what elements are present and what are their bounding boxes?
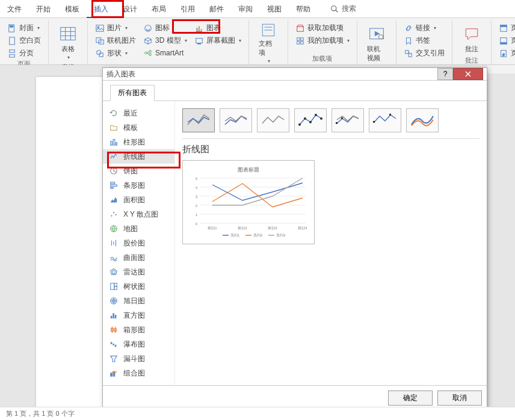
corner-label (487, 65, 515, 73)
cancel-button[interactable]: 取消 (437, 391, 482, 406)
menu-view[interactable]: 视图 (260, 0, 289, 18)
cat-treemap[interactable]: 树状图 (103, 279, 174, 294)
svg-rect-27 (200, 28, 202, 31)
icons-button[interactable]: 图标 (141, 22, 190, 34)
svg-rect-41 (409, 54, 412, 57)
blank-page-button[interactable]: 空白页 (5, 34, 43, 47)
screenshot-button[interactable]: 屏幕截图▾ (192, 34, 244, 47)
insert-chart-dialog: 插入图表 ? 所有图表 最近 模板 柱形图 折线图 饼图 条形图 面积图 X Y… (102, 67, 487, 409)
svg-rect-46 (500, 42, 507, 44)
tab-all-charts[interactable]: 所有图表 (110, 85, 155, 101)
cat-sunburst[interactable]: 旭日图 (103, 294, 174, 308)
chart-preview[interactable]: 图表标题 5 4 3 2 1 0 (182, 160, 315, 244)
page-break-button[interactable]: 分页 (5, 47, 43, 60)
menu-insert[interactable]: 插入 (87, 0, 116, 18)
header-button[interactable]: 页眉 (496, 22, 515, 34)
comment-button[interactable]: 批注 (457, 22, 486, 56)
cover-icon (7, 23, 17, 33)
svg-text:类别4: 类别4 (298, 226, 307, 230)
svg-point-88 (309, 121, 312, 123)
menu-design[interactable]: 设计 (116, 0, 144, 18)
search-box[interactable]: 搜索 (330, 4, 356, 14)
online-picture-button[interactable]: 联机图片 (93, 34, 138, 47)
cover-button[interactable]: 封面▾ (5, 22, 43, 34)
footer-button[interactable]: 页脚 (496, 34, 515, 47)
menu-layout[interactable]: 布局 (144, 0, 173, 18)
cat-stock[interactable]: 股价图 (103, 236, 174, 250)
svg-text:类别2: 类别2 (238, 226, 247, 230)
crossref-button[interactable]: 交叉引用 (401, 47, 447, 60)
menu-mailings[interactable]: 邮件 (202, 0, 231, 18)
cat-line[interactable]: 折线图 (103, 149, 174, 164)
svg-rect-3 (10, 25, 13, 27)
svg-rect-69 (114, 286, 117, 289)
cat-radar[interactable]: 雷达图 (103, 265, 174, 279)
dialog-help-button[interactable]: ? (437, 68, 453, 80)
dialog-titlebar: 插入图表 ? (103, 68, 487, 81)
cat-column[interactable]: 柱形图 (103, 135, 174, 149)
cat-pie[interactable]: 饼图 (103, 164, 174, 178)
subtype-stacked-markers[interactable] (332, 108, 364, 132)
subtype-line[interactable] (182, 108, 215, 132)
online-video-button[interactable]: 联机视频 (362, 22, 391, 65)
table-button[interactable]: 表格▾ (54, 22, 82, 63)
smartart-button[interactable]: SmartArt (141, 47, 190, 59)
preview-title: 图表标题 (238, 167, 259, 173)
dialog-close-button[interactable] (453, 68, 483, 80)
svg-point-58 (111, 215, 112, 216)
cat-surface[interactable]: 曲面图 (103, 250, 174, 265)
subtype-title: 折线图 (182, 144, 480, 155)
menu-templates[interactable]: 模板 (58, 0, 87, 18)
comment-icon (462, 24, 481, 43)
radar-chart-icon (109, 267, 119, 277)
bookmark-button[interactable]: 书签 (401, 34, 447, 47)
subtype-100stacked-markers[interactable] (369, 108, 401, 132)
subtype-line-markers[interactable] (294, 108, 327, 132)
get-addins-button[interactable]: 获取加载项 (293, 22, 352, 34)
ok-button[interactable]: 确定 (388, 391, 433, 406)
cat-area[interactable]: 面积图 (103, 193, 174, 207)
pagenum-button[interactable]: #页码 (496, 47, 515, 60)
search-placeholder: 搜索 (342, 4, 356, 14)
icons-icon (143, 23, 153, 33)
menu-home[interactable]: 开始 (29, 0, 58, 18)
recent-icon (109, 108, 119, 118)
svg-rect-94 (389, 114, 391, 116)
cat-waterfall[interactable]: 瀑布图 (103, 337, 174, 351)
subtype-stacked-line[interactable] (220, 108, 252, 132)
subtype-100stacked-line[interactable] (257, 108, 289, 132)
svg-rect-36 (297, 41, 299, 43)
link-button[interactable]: 链接▾ (401, 22, 447, 34)
subtype-3d-line[interactable] (406, 108, 439, 132)
shapes-button[interactable]: 形状▾ (93, 47, 138, 60)
video-icon (367, 24, 386, 43)
menu-help[interactable]: 帮助 (289, 0, 318, 18)
menu-review[interactable]: 审阅 (231, 0, 260, 18)
svg-rect-82 (113, 344, 114, 345)
picture-button[interactable]: 图片▾ (93, 22, 138, 34)
svg-point-13 (97, 26, 99, 28)
menu-references[interactable]: 引用 (173, 0, 202, 18)
cat-scatter[interactable]: X Y 散点图 (103, 207, 174, 221)
area-chart-icon (109, 195, 119, 205)
svg-text:系列1: 系列1 (230, 233, 240, 237)
search-icon (330, 4, 339, 14)
cat-map[interactable]: 地图 (103, 221, 174, 236)
docitems-button[interactable]: 文档项▾ (254, 22, 283, 64)
chart-button[interactable]: 图表 (192, 22, 244, 34)
cat-recent[interactable]: 最近 (103, 106, 174, 120)
ribbon-group-links: 链接▾ 书签 交叉引用 (396, 20, 452, 64)
cat-funnel[interactable]: 漏斗图 (103, 351, 174, 366)
menu-file[interactable]: 文件 (0, 0, 29, 18)
cat-templates[interactable]: 模板 (103, 120, 174, 135)
my-addins-button[interactable]: 我的加载项▾ (293, 34, 352, 47)
svg-rect-37 (301, 41, 303, 43)
svg-point-20 (149, 51, 152, 53)
cat-boxwhisker[interactable]: 箱形图 (103, 323, 174, 337)
cat-combo[interactable]: 组合图 (103, 366, 174, 380)
svg-rect-26 (199, 26, 200, 31)
cat-histogram[interactable]: 直方图 (103, 308, 174, 323)
3d-model-button[interactable]: 3D 模型▾ (141, 34, 190, 47)
cat-bar[interactable]: 条形图 (103, 178, 174, 193)
funnel-chart-icon (109, 354, 119, 363)
